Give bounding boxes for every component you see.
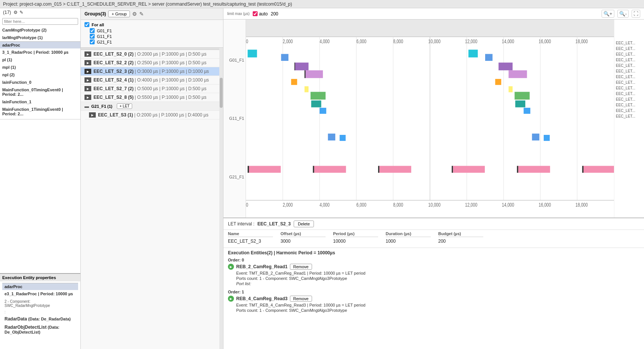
let-interval-title-label: LET interval : bbox=[228, 221, 254, 227]
list-item[interactable]: MainFunction_0TimingEvent0 | Period: 2..… bbox=[0, 86, 80, 98]
prop-offset-value: 3000 bbox=[281, 238, 326, 245]
groups-edit-icon[interactable]: ✎ bbox=[139, 11, 144, 17]
let-item-play-icon: ▶ bbox=[89, 112, 96, 118]
sidebar-filter-input[interactable] bbox=[2, 18, 78, 25]
prop-name-value: EEC_LET_S2_3 bbox=[228, 238, 273, 245]
zoom-out-button[interactable]: 🔍- bbox=[617, 10, 629, 18]
let-item-s2-8[interactable]: ▶ EEC_LET_S2_8 (5) | O:5500 µs | P:10000… bbox=[81, 93, 219, 102]
list-item[interactable]: CamMngtPrototype (2) bbox=[0, 26, 80, 34]
right-label: EEC_LET... bbox=[614, 113, 644, 119]
svg-rect-39 bbox=[320, 108, 326, 114]
sidebar-edit-icon[interactable]: ✎ bbox=[20, 10, 23, 15]
app-container: Project: project-cap.com_015 > C:LET_1_S… bbox=[0, 0, 644, 349]
svg-rect-45 bbox=[247, 166, 249, 173]
sidebar-item-label: pl (1) bbox=[2, 57, 78, 62]
for-all-checkbox[interactable] bbox=[84, 22, 89, 27]
exec-event-detail-0: Event: TMT_REB_2_CamReg_Read1 | Period: … bbox=[236, 271, 639, 275]
list-item[interactable]: MainFunction_1TimingEvent0 | Period: 2..… bbox=[0, 106, 80, 118]
delete-button[interactable]: Delete bbox=[294, 221, 314, 227]
svg-rect-56 bbox=[584, 166, 614, 173]
sidebar-item-label: lainFunction_0 bbox=[2, 80, 78, 85]
zoom-in-button[interactable]: 🔍+ bbox=[602, 10, 614, 18]
list-item[interactable]: mpl (1) bbox=[0, 63, 80, 71]
prop-period-header: Period (µs) bbox=[333, 231, 378, 237]
right-labels: EEC_LET... EEC_LET... EEC_LET... EEC_LET… bbox=[614, 20, 644, 218]
let-item-s2-3[interactable]: ▶ EEC_LET_S2_3 (2) | O:3000 µs | P:10000… bbox=[81, 67, 219, 76]
list-item[interactable]: lainFunction_1 bbox=[0, 98, 80, 106]
svg-rect-24 bbox=[485, 54, 493, 61]
auto-checkbox[interactable] bbox=[253, 11, 258, 16]
svg-rect-25 bbox=[294, 63, 308, 71]
middle-scrollbar[interactable] bbox=[219, 48, 223, 349]
svg-rect-21 bbox=[247, 50, 257, 57]
svg-rect-32 bbox=[495, 79, 501, 85]
exec-ports-count-1: Ports count: 1 - Component: SWC_CamMngtA… bbox=[236, 308, 639, 313]
exec-remove-btn-0[interactable]: Remove bbox=[290, 264, 312, 270]
exec-entity-name-0: REB_2_CamReg_Read1 bbox=[236, 264, 288, 269]
list-item[interactable]: RadarObjDetectList (Data: De_ObjDetectLi… bbox=[2, 323, 78, 336]
sidebar-filter-container bbox=[0, 17, 80, 26]
right-label: EEC_LET... bbox=[614, 74, 644, 80]
prop-duration-value: 1000 bbox=[386, 238, 431, 245]
list-item[interactable]: npl (2) bbox=[0, 71, 80, 79]
let-item-play-icon: ▶ bbox=[84, 60, 91, 65]
add-group-button[interactable]: + Group bbox=[108, 11, 130, 17]
let-item-s2-7[interactable]: ▶ EEC_LET_S2_7 (2) | O:5000 µs | P:10000… bbox=[81, 85, 219, 93]
let-item-s3[interactable]: ▶ EEC_LET_S3 (1) | O:2000 µs | P:10000 µ… bbox=[85, 111, 219, 119]
exec-event-detail-1: Event: TMT_REB_4_CamReg_Read3 | Period: … bbox=[236, 303, 639, 307]
list-item[interactable]: larMngtPrototype (1) bbox=[0, 34, 80, 41]
svg-text:12,000: 12,000 bbox=[465, 39, 478, 45]
chart-area: G01_F1 G11_F1 G21_F1 0 2,000 4,000 6,0 bbox=[223, 20, 644, 218]
right-label: EEC_LET... bbox=[614, 108, 644, 113]
add-let-button[interactable]: + LET bbox=[117, 103, 132, 109]
exec-entities-header: Execution Entities(2) | Harmonic Period … bbox=[228, 250, 639, 255]
list-item[interactable]: 2 - Component: SWC_RadarMngtPrototype bbox=[2, 298, 78, 309]
bottom-panel: LET interval : EEC_LET_S2_3 Delete Name … bbox=[223, 218, 644, 349]
g21-checkbox[interactable] bbox=[90, 39, 95, 44]
top-bar: Project: project-cap.com_015 > C:LET_1_S… bbox=[0, 0, 644, 8]
sidebar-count: (17) bbox=[3, 10, 11, 15]
exec-order-1: Order: 1 ▶ REB_4_CamReg_Read3 Remove Eve… bbox=[228, 290, 639, 313]
let-item-s2-2[interactable]: ▶ EEC_LET_S2_2 (2) | O:2500 µs | P:10000… bbox=[81, 59, 219, 67]
exec-order-0-label: Order: 0 bbox=[228, 258, 639, 262]
y-label-g01: G01_F1 bbox=[225, 58, 244, 62]
right-label: EEC_LET... bbox=[614, 91, 644, 97]
fullscreen-button[interactable]: ⛶ bbox=[632, 10, 640, 18]
svg-text:0: 0 bbox=[246, 202, 248, 208]
g01-label: G01_F1 bbox=[97, 29, 112, 33]
g01-checkbox[interactable] bbox=[90, 28, 95, 33]
list-item[interactable]: lainFunction_0 bbox=[0, 79, 80, 86]
sidebar-item-label: npl (2) bbox=[2, 73, 78, 77]
svg-rect-34 bbox=[508, 86, 513, 92]
exec-entity-props-header: Execution Entity properties bbox=[0, 273, 80, 281]
sidebar-item-sub: 2 - Component: SWC_RadarMngtPrototype bbox=[5, 299, 76, 308]
svg-text:18,000: 18,000 bbox=[576, 202, 588, 208]
sidebar-item-label: CamMngtPrototype (2) bbox=[2, 28, 78, 32]
let-item-play-icon: ▶ bbox=[84, 86, 91, 91]
exec-play-icon-0: ▶ bbox=[228, 264, 234, 270]
prop-budget-value: 200 bbox=[438, 238, 483, 245]
svg-rect-51 bbox=[249, 166, 281, 173]
g21-group-item[interactable]: ▬ G21_F1 (1) + LET bbox=[81, 102, 219, 111]
list-item[interactable]: 3_1_RadarProc | Period: 10000 µs bbox=[0, 48, 80, 56]
svg-text:4,000: 4,000 bbox=[320, 39, 330, 45]
let-item-s2-4[interactable]: ▶ EEC_LET_S2_4 (1) | O:4000 µs | P:10000… bbox=[81, 76, 219, 85]
groups-settings-icon[interactable]: ⚙ bbox=[132, 11, 137, 17]
exec-remove-btn-1[interactable]: Remove bbox=[290, 296, 312, 302]
g11-row: G11_F1 bbox=[90, 34, 219, 39]
svg-rect-0 bbox=[246, 20, 614, 37]
let-item-s2-0[interactable]: ▶ EEC_LET_S2_0 (2) | O:2000 µs | P:10000… bbox=[81, 50, 219, 59]
list-item[interactable]: pl (1) bbox=[0, 56, 80, 63]
svg-rect-28 bbox=[305, 70, 323, 78]
sidebar-settings-icon[interactable]: ⚙ bbox=[14, 10, 18, 15]
groups-header: Groups(3) + Group ⚙ ✎ bbox=[81, 8, 223, 20]
g01-row: G01_F1 bbox=[90, 28, 219, 33]
sidebar-items-list: CamMngtPrototype (2) larMngtPrototype (1… bbox=[0, 26, 80, 273]
for-all-row: For all bbox=[84, 22, 219, 27]
prop-name-header: Name bbox=[228, 231, 273, 237]
list-item[interactable]: e3_1_RadarProc | Period: 10000 µs bbox=[2, 290, 78, 298]
svg-rect-27 bbox=[499, 63, 513, 71]
list-item[interactable]: RadarData (Data: De_RadarData) bbox=[2, 315, 78, 323]
g11-checkbox[interactable] bbox=[90, 34, 95, 39]
let-item-text: EEC_LET_S2_2 (2) | O:2500 µs | P:10000 µ… bbox=[94, 60, 207, 65]
